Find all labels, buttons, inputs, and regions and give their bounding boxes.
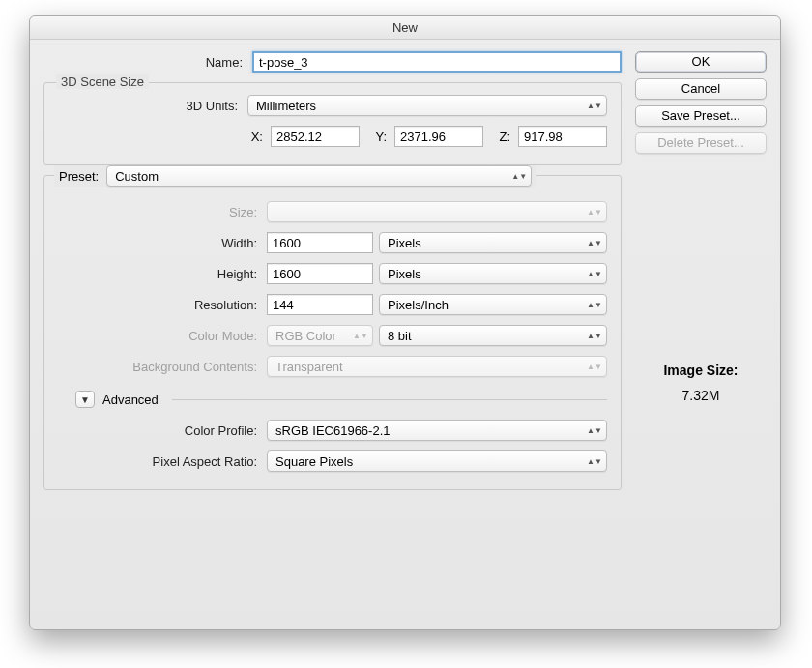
3d-units-select[interactable]: Millimeters ▲▼: [247, 95, 607, 116]
height-units-select[interactable]: Pixels ▲▼: [379, 263, 607, 284]
y-label: Y:: [371, 130, 389, 144]
window-title: New: [392, 20, 418, 35]
advanced-disclosure-button[interactable]: ▼: [75, 391, 95, 408]
color-profile-label: Color Profile:: [58, 423, 261, 438]
color-mode-label: Color Mode:: [58, 329, 261, 343]
z-label: Z:: [495, 130, 512, 144]
height-input[interactable]: [267, 263, 373, 284]
y-input[interactable]: [394, 126, 483, 147]
titlebar: New: [30, 16, 780, 40]
chevron-down-icon: ▼: [80, 394, 90, 405]
size-select: ▲▼: [267, 201, 607, 222]
width-label: Width:: [58, 236, 261, 250]
chevron-updown-icon: ▲▼: [589, 103, 600, 108]
height-label: Height:: [58, 267, 261, 281]
width-input[interactable]: [267, 232, 373, 253]
chevron-updown-icon: ▲▼: [355, 334, 366, 338]
resolution-units-select[interactable]: Pixels/Inch ▲▼: [379, 294, 607, 315]
separator: [172, 399, 607, 400]
size-label: Size:: [58, 205, 261, 219]
image-size-value: 7.32M: [635, 388, 767, 403]
3d-units-label: 3D Units:: [58, 99, 242, 113]
preset-label: Preset:: [59, 169, 99, 184]
chevron-updown-icon: ▲▼: [513, 174, 525, 179]
bg-contents-label: Background Contents:: [58, 360, 261, 374]
advanced-label: Advanced: [102, 392, 159, 407]
cancel-button[interactable]: Cancel: [635, 78, 767, 100]
bg-contents-select: Transparent ▲▼: [267, 356, 607, 377]
color-depth-select[interactable]: 8 bit ▲▼: [379, 325, 607, 346]
chevron-updown-icon: ▲▼: [589, 272, 600, 276]
chevron-updown-icon: ▲▼: [589, 364, 600, 369]
chevron-updown-icon: ▲▼: [589, 303, 600, 307]
color-profile-select[interactable]: sRGB IEC61966-2.1 ▲▼: [267, 420, 607, 441]
new-document-dialog: New Name: 3D Scene Size 3D Units: Millim…: [29, 15, 781, 630]
pixel-aspect-label: Pixel Aspect Ratio:: [58, 454, 261, 469]
preset-group: Preset: Custom ▲▼ Size: ▲▼ Width:: [44, 175, 622, 490]
chevron-updown-icon: ▲▼: [589, 428, 600, 433]
resolution-label: Resolution:: [58, 298, 261, 312]
x-label: X:: [247, 130, 265, 144]
x-input[interactable]: [271, 126, 360, 147]
preset-select[interactable]: Custom ▲▼: [106, 165, 532, 187]
color-mode-select: RGB Color ▲▼: [267, 325, 373, 346]
resolution-input[interactable]: [267, 294, 373, 315]
image-size-info: Image Size: 7.32M: [635, 363, 767, 403]
scene-size-group: 3D Scene Size 3D Units: Millimeters ▲▼ X…: [44, 82, 622, 165]
name-input[interactable]: [252, 51, 622, 73]
pixel-aspect-select[interactable]: Square Pixels ▲▼: [267, 450, 607, 472]
scene-size-legend: 3D Scene Size: [56, 74, 149, 89]
name-label: Name:: [44, 55, 246, 70]
chevron-updown-icon: ▲▼: [589, 241, 600, 246]
ok-button[interactable]: OK: [635, 51, 767, 73]
image-size-label: Image Size:: [635, 363, 767, 378]
chevron-updown-icon: ▲▼: [589, 210, 600, 215]
chevron-updown-icon: ▲▼: [589, 334, 600, 338]
delete-preset-button: Delete Preset...: [635, 132, 767, 154]
save-preset-button[interactable]: Save Preset...: [635, 105, 767, 127]
chevron-updown-icon: ▲▼: [589, 459, 600, 464]
width-units-select[interactable]: Pixels ▲▼: [379, 232, 607, 253]
z-input[interactable]: [518, 126, 607, 147]
